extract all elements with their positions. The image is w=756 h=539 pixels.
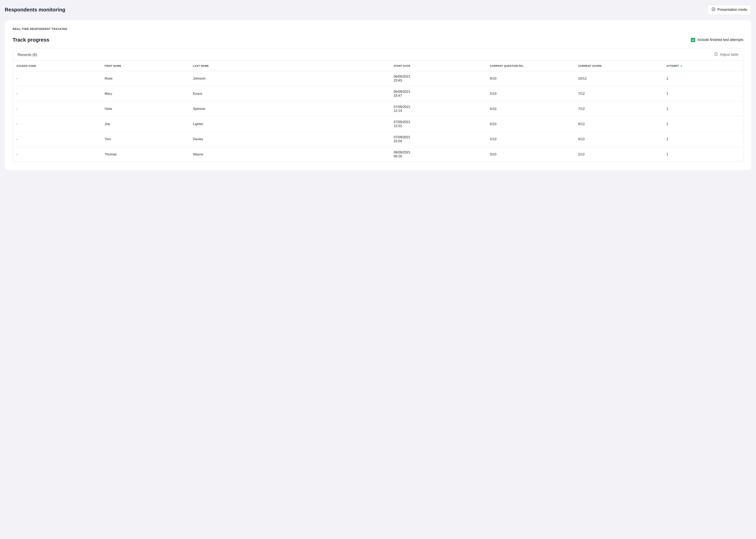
cell-current-question: 8/10 [486, 71, 575, 86]
cell-spacer [302, 102, 390, 116]
cell-access-code: - [13, 116, 101, 132]
cell-access-code: - [13, 132, 101, 147]
table-row[interactable]: -MaryEvans06/09/2021 23:475/107/121 [13, 86, 743, 102]
cell-first-name: Mary [101, 86, 189, 102]
presentation-mode-label: Presentation mode [718, 8, 747, 12]
checkbox-checked-icon [691, 38, 695, 42]
table-row[interactable]: -ViolaSpencer07/09/2021 12:146/107/121 [13, 102, 743, 116]
col-header-current-question[interactable]: CURRENT QUESTION NO. [486, 61, 575, 71]
include-finished-toggle[interactable]: Include finished test attempts [691, 38, 743, 42]
records-table-wrapper: Records (6) Adjust table ACCESS CODE FIR… [13, 48, 743, 162]
cell-access-code: - [13, 147, 101, 162]
respondents-table: ACCESS CODE FIRST NAME LAST NAME START D… [13, 61, 743, 162]
cell-attempt: 1 [663, 71, 743, 86]
col-header-first-name[interactable]: FIRST NAME [101, 61, 189, 71]
cell-access-code: - [13, 102, 101, 116]
col-header-last-name[interactable]: LAST NAME [189, 61, 302, 71]
records-count: Records (6) [18, 52, 37, 57]
cell-current-score: 7/12 [575, 102, 663, 116]
cell-spacer [302, 71, 390, 86]
presentation-mode-button[interactable]: Presentation mode [707, 5, 751, 15]
cell-spacer [302, 116, 390, 132]
cell-current-score: 2/12 [575, 147, 663, 162]
cell-last-name: Lighter [189, 116, 302, 132]
columns-icon [714, 52, 718, 57]
cell-last-name: Johnson [189, 71, 302, 86]
col-header-spacer [302, 61, 390, 71]
table-row[interactable]: -TomDavies07/09/2021 22:045/108/121 [13, 132, 743, 147]
progress-header-row: Track progress Include finished test att… [13, 37, 743, 43]
adjust-table-button[interactable]: Adjust table [714, 52, 738, 57]
cell-current-question: 6/10 [486, 116, 575, 132]
cell-current-question: 5/10 [486, 86, 575, 102]
cell-current-score: 8/12 [575, 132, 663, 147]
cell-first-name: Joe [101, 116, 189, 132]
records-header: Records (6) Adjust table [13, 49, 743, 61]
cell-spacer [302, 147, 390, 162]
cell-current-score: 10/12 [575, 71, 663, 86]
sort-desc-icon: ▼ [680, 65, 682, 67]
cell-last-name: Wayne [189, 147, 302, 162]
cell-current-score: 7/12 [575, 86, 663, 102]
cell-last-name: Spencer [189, 102, 302, 116]
col-header-access-code[interactable]: ACCESS CODE [13, 61, 101, 71]
cell-attempt: 1 [663, 132, 743, 147]
table-row[interactable]: -ThomasWayne08/09/2021 09:183/102/121 [13, 147, 743, 162]
page-header: Respondents monitoring Presentation mode [5, 5, 751, 15]
cell-access-code: - [13, 71, 101, 86]
cell-start-date: 07/09/2021 12:22 [390, 116, 486, 132]
cell-attempt: 1 [663, 147, 743, 162]
cell-first-name: Rose [101, 71, 189, 86]
adjust-table-label: Adjust table [720, 52, 738, 57]
cell-spacer [302, 86, 390, 102]
tracking-section-label: REAL-TIME RESPONDENT TRACKING [13, 27, 743, 31]
cell-first-name: Thomas [101, 147, 189, 162]
col-header-attempt[interactable]: ATTEMPT ▼ [663, 61, 743, 71]
cell-spacer [302, 132, 390, 147]
col-header-current-score[interactable]: CURRENT SCORE [575, 61, 663, 71]
table-row[interactable]: -RoseJohnson06/09/2021 23:438/1010/121 [13, 71, 743, 86]
svg-marker-1 [713, 9, 714, 10]
cell-start-date: 08/09/2021 09:18 [390, 147, 486, 162]
cell-first-name: Viola [101, 102, 189, 116]
cell-current-question: 3/10 [486, 147, 575, 162]
tracking-card: REAL-TIME RESPONDENT TRACKING Track prog… [5, 20, 751, 170]
page-title: Respondents monitoring [5, 7, 65, 13]
cell-start-date: 07/09/2021 22:04 [390, 132, 486, 147]
cell-attempt: 1 [663, 116, 743, 132]
cell-last-name: Evans [189, 86, 302, 102]
cell-last-name: Davies [189, 132, 302, 147]
cell-start-date: 06/09/2021 23:43 [390, 71, 486, 86]
cell-current-question: 5/10 [486, 132, 575, 147]
cell-current-question: 6/10 [486, 102, 575, 116]
cell-first-name: Tom [101, 132, 189, 147]
cell-current-score: 8/12 [575, 116, 663, 132]
table-row[interactable]: -JoeLighter07/09/2021 12:226/108/121 [13, 116, 743, 132]
track-progress-title: Track progress [13, 37, 49, 43]
cell-start-date: 07/09/2021 12:14 [390, 102, 486, 116]
cell-start-date: 06/09/2021 23:47 [390, 86, 486, 102]
col-header-start-date[interactable]: START DATE [390, 61, 486, 71]
cell-attempt: 1 [663, 102, 743, 116]
play-circle-icon [712, 7, 716, 12]
cell-attempt: 1 [663, 86, 743, 102]
cell-access-code: - [13, 86, 101, 102]
include-finished-label: Include finished test attempts [698, 38, 743, 42]
